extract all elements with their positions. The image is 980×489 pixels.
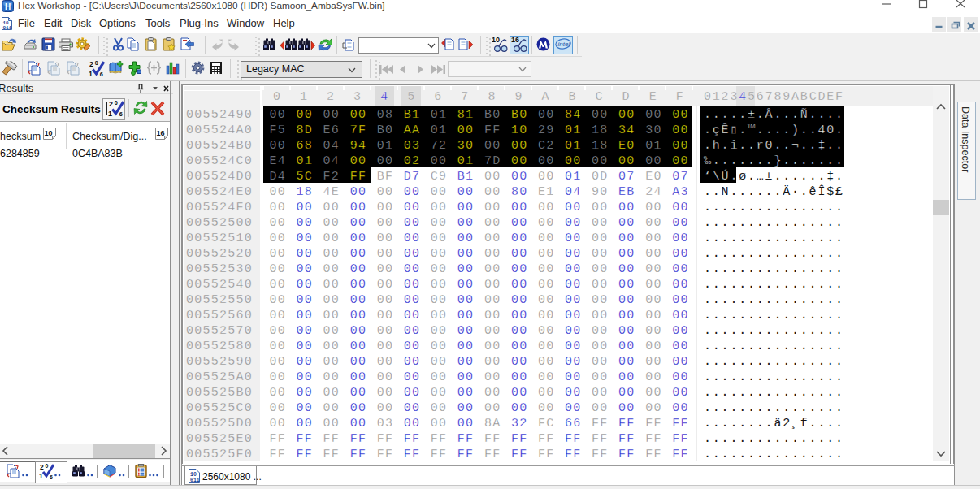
svg-text:6: 6	[50, 474, 53, 480]
svg-text:intel: intel	[558, 41, 570, 48]
svg-text:2: 2	[89, 60, 93, 68]
svg-text:16: 16	[511, 36, 519, 44]
svg-text:0: 0	[115, 100, 118, 106]
svg-text:1: 1	[89, 70, 93, 77]
svg-text:10: 10	[492, 36, 500, 44]
svg-text:6: 6	[100, 71, 103, 77]
svg-text:011: 011	[3, 25, 12, 30]
svg-text:2: 2	[109, 100, 113, 108]
svg-text:16: 16	[157, 129, 165, 137]
svg-text:2: 2	[40, 463, 44, 471]
svg-text:10: 10	[45, 129, 53, 137]
svg-text:1: 1	[108, 110, 112, 117]
svg-text:0: 0	[46, 463, 49, 469]
svg-text:6: 6	[119, 110, 123, 117]
svg-text:011: 011	[190, 478, 200, 483]
svg-text:0: 0	[95, 60, 98, 67]
svg-text:H: H	[5, 2, 11, 11]
